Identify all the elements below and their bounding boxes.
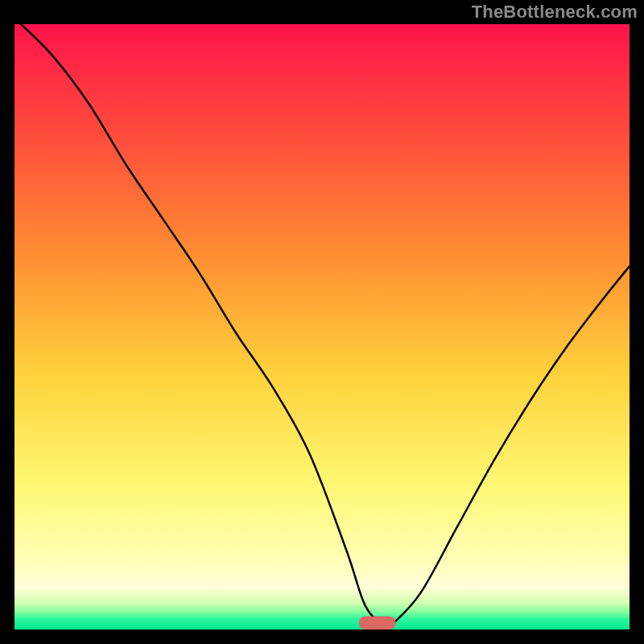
plot-area [14, 24, 630, 630]
optimal-marker [359, 616, 396, 630]
chart-svg [0, 0, 644, 644]
chart-container: { "watermark": "TheBottleneck.com", "cha… [0, 0, 644, 644]
watermark-text: TheBottleneck.com [472, 2, 638, 23]
